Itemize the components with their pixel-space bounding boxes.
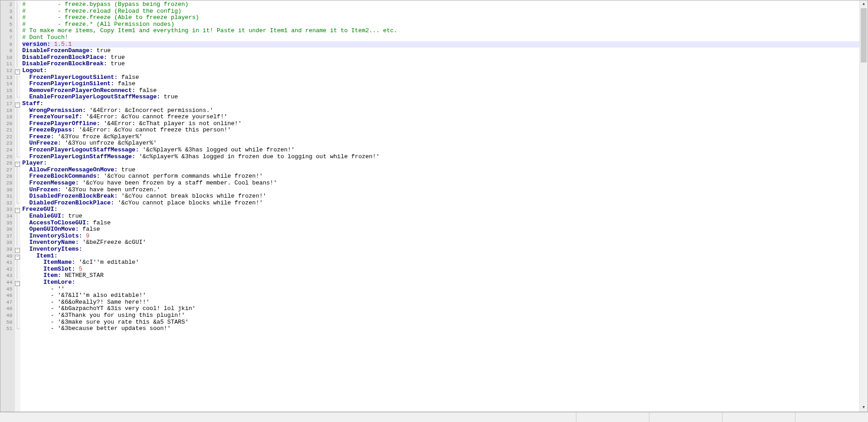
fold-marker[interactable]: − xyxy=(15,68,20,74)
code-line[interactable]: Item1: xyxy=(22,253,868,260)
code-line[interactable]: Staff: xyxy=(22,101,868,107)
code-line[interactable]: FrozenPlayerLogoutSilent: false xyxy=(22,74,868,81)
fold-collapse-icon[interactable]: − xyxy=(15,248,20,253)
code-line[interactable]: # - freeze.reload (Reload the config) xyxy=(22,8,868,15)
fold-marker xyxy=(15,1,20,8)
line-number: 10 xyxy=(0,54,15,61)
code-line[interactable]: ItemLore: xyxy=(22,279,868,286)
code-line[interactable]: ItemSlot: 5 xyxy=(22,266,868,273)
code-line[interactable]: FrozenPlayerLogoutStaffMessage: '&c%play… xyxy=(22,147,868,154)
code-line[interactable]: # - freeze.* (All Permission nodes) xyxy=(22,21,868,28)
fold-marker xyxy=(15,213,20,220)
code-line[interactable]: FreezeBlockCommands: '&cYou cannot perfo… xyxy=(22,173,868,180)
code-line[interactable]: Player: xyxy=(22,160,868,167)
fold-marker[interactable]: − xyxy=(15,101,20,107)
code-line[interactable]: DisableFrozenBlockBreak: true xyxy=(22,61,868,68)
code-line[interactable]: RemoveFrozenPlayerOnReconnect: false xyxy=(22,87,868,94)
line-number: 28 xyxy=(0,173,15,180)
code-line[interactable]: FreezeBypass: '&4Error: &cYou cannot fre… xyxy=(22,127,868,134)
code-line[interactable]: - '&3because better updates soon!' xyxy=(22,325,868,332)
fold-marker xyxy=(15,187,20,194)
status-cell-1 xyxy=(0,412,576,422)
code-line[interactable]: DisableFrozenBlockPlace: true xyxy=(22,54,868,61)
code-line[interactable]: FrozenPlayerLoginStaffMessage: '&c%playe… xyxy=(22,154,868,160)
scroll-thumb[interactable] xyxy=(861,8,867,63)
code-line[interactable]: Freeze: '&3You froze &c%player%' xyxy=(22,134,868,141)
fold-marker[interactable]: − xyxy=(15,246,20,253)
code-line[interactable]: InventoryItems: xyxy=(22,246,868,253)
fold-collapse-icon[interactable]: − xyxy=(15,162,20,167)
code-line[interactable]: AccessToCloseGUI: false xyxy=(22,220,868,227)
fold-marker xyxy=(15,292,20,299)
line-number: 44 xyxy=(0,279,15,286)
scroll-up-arrow[interactable]: ▲ xyxy=(860,0,868,8)
code-line[interactable]: AllowFrozenMessageOnMove: true xyxy=(22,167,868,174)
code-line[interactable]: UnFrozen: '&3You have been unfrozen.' xyxy=(22,187,868,194)
code-line[interactable]: ItemName: '&cI''m editable' xyxy=(22,259,868,266)
code-line[interactable]: # - freeze.bypass (Bypass being frozen) xyxy=(22,1,868,8)
line-number: 15 xyxy=(0,87,15,94)
fold-marker[interactable]: − xyxy=(15,253,20,260)
line-number: 38 xyxy=(0,239,15,246)
code-line[interactable]: - '' xyxy=(22,286,868,293)
code-line[interactable]: version: 1.5.1 xyxy=(22,41,868,48)
code-line[interactable]: Item: NETHER_STAR xyxy=(22,272,868,279)
fold-marker xyxy=(15,127,20,134)
code-line[interactable]: - '&6&oReally?! Same here!!' xyxy=(22,299,868,306)
fold-marker[interactable]: − xyxy=(15,279,20,286)
code-line[interactable]: - '&bGazpachoYT &3is very cool! lol jkin… xyxy=(22,306,868,312)
code-line[interactable]: # To make more items, Copy Item1 and eve… xyxy=(22,28,868,34)
fold-marker xyxy=(15,28,20,34)
code-line[interactable]: UnFreeze: '&3You unfroze &c%player%' xyxy=(22,140,868,147)
code-line[interactable]: - '&3Thank you for using this plugin!' xyxy=(22,312,868,319)
line-number: 17 xyxy=(0,101,15,107)
fold-marker xyxy=(15,107,20,114)
code-line[interactable]: Logout: xyxy=(22,68,868,74)
fold-collapse-icon[interactable]: − xyxy=(15,255,20,260)
fold-collapse-icon[interactable]: − xyxy=(15,208,20,213)
code-line[interactable]: DiabledFrozenBlockPlace: '&cYou cannot p… xyxy=(22,200,868,207)
line-number: 16 xyxy=(0,94,15,101)
scroll-down-arrow[interactable]: ▼ xyxy=(860,404,868,412)
fold-collapse-icon[interactable]: − xyxy=(15,69,20,74)
fold-column[interactable]: −−−−−−− xyxy=(15,0,20,412)
code-line[interactable]: WrongPermission: '&4Error: &cIncorrect p… xyxy=(22,107,868,114)
code-line[interactable]: FrozenPlayerLoginSilent: false xyxy=(22,81,868,87)
code-line[interactable]: OpenGUIOnMove: false xyxy=(22,226,868,233)
fold-marker xyxy=(15,239,20,246)
code-line[interactable]: FreezePlayerOffline: '&4Error: &cThat pl… xyxy=(22,121,868,127)
fold-marker[interactable]: − xyxy=(15,160,20,167)
line-number: 14 xyxy=(0,81,15,87)
code-line[interactable]: FrozenMessage: '&cYou have been frozen b… xyxy=(22,180,868,187)
line-number: 32 xyxy=(0,200,15,207)
code-line[interactable]: DisableFrozenDamage: true xyxy=(22,48,868,54)
fold-marker[interactable]: − xyxy=(15,206,20,213)
line-number: 19 xyxy=(0,114,15,121)
code-line[interactable]: # - freeze.freeze (Able to freeze player… xyxy=(22,15,868,21)
fold-marker xyxy=(15,54,20,61)
line-number-gutter: 2345678910111213141516171819202122232425… xyxy=(0,0,15,412)
line-number: 13 xyxy=(0,74,15,81)
code-line[interactable]: EnableGUI: true xyxy=(22,213,868,220)
code-line[interactable]: EnableFrozenPlayerLogoutStaffMessage: tr… xyxy=(22,94,868,101)
status-cell-3 xyxy=(649,412,722,422)
line-number: 40 xyxy=(0,253,15,260)
code-line[interactable]: DisabledFrozenBlockBreak: '&cYou cannot … xyxy=(22,193,868,200)
line-number: 31 xyxy=(0,193,15,200)
code-line[interactable]: InventorySlots: 9 xyxy=(22,233,868,240)
code-editor[interactable]: 2345678910111213141516171819202122232425… xyxy=(0,0,868,412)
code-line[interactable]: FreezeYourself: '&4Error: &cYou cannot f… xyxy=(22,114,868,121)
fold-marker xyxy=(15,21,20,28)
code-line[interactable]: - '&3make sure you rate this &a5 STARS' xyxy=(22,319,868,326)
fold-collapse-icon[interactable]: − xyxy=(15,102,20,107)
code-area[interactable]: # - freeze.bypass (Bypass being frozen)#… xyxy=(20,0,868,412)
code-line[interactable]: FreezeGUI: xyxy=(22,206,868,213)
code-line[interactable]: - '&7&lI''m also editable!' xyxy=(22,292,868,299)
status-cell-2 xyxy=(576,412,649,422)
code-line[interactable]: # Dont Touch! xyxy=(22,34,868,41)
code-line[interactable]: InventoryName: '&beZFreeze &cGUI' xyxy=(22,239,868,246)
line-number: 33 xyxy=(0,206,15,213)
vertical-scrollbar[interactable]: ▲ ▼ xyxy=(859,0,868,412)
line-number: 34 xyxy=(0,213,15,220)
fold-collapse-icon[interactable]: − xyxy=(15,281,20,286)
